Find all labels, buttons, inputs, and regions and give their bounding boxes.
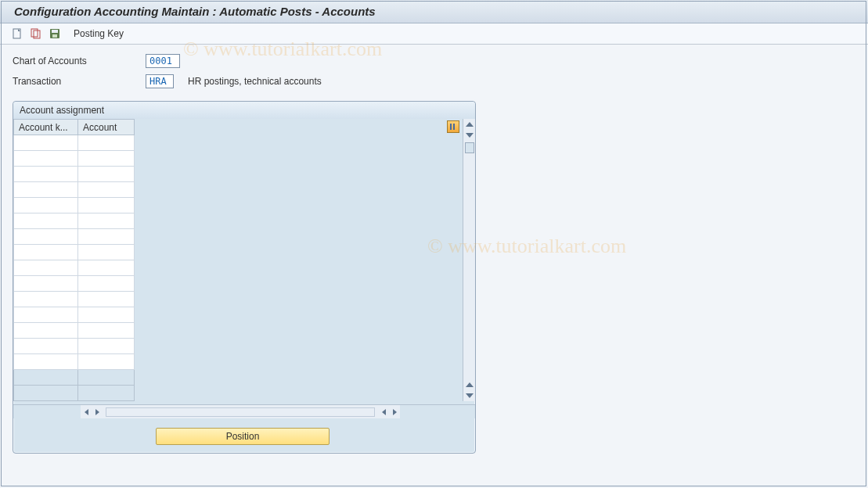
scroll-down-bottom-icon[interactable]	[466, 393, 474, 398]
table-row[interactable]	[14, 276, 135, 292]
posting-key-label[interactable]: Posting Key	[74, 28, 124, 39]
table-row[interactable]	[14, 339, 135, 354]
table-row[interactable]	[14, 214, 135, 229]
horizontal-scrollbar[interactable]	[13, 404, 475, 418]
scroll-up-bottom-icon[interactable]	[466, 382, 474, 387]
column-account-key[interactable]: Account k...	[14, 120, 78, 135]
table-row[interactable]	[14, 307, 135, 323]
panel-title: Account assignment	[13, 102, 475, 119]
new-entries-icon[interactable]	[11, 27, 23, 40]
svg-rect-4	[52, 30, 58, 33]
scroll-left-icon[interactable]	[81, 407, 92, 418]
table-row[interactable]	[14, 260, 135, 276]
account-assignment-panel: Account assignment Account k... Account	[13, 101, 476, 454]
chart-of-accounts-input[interactable]	[146, 54, 180, 68]
transaction-label: Transaction	[13, 76, 146, 87]
page-title: Configuration Accounting Maintain : Auto…	[14, 5, 376, 18]
table-settings-icon[interactable]	[447, 120, 459, 133]
table-row[interactable]	[14, 135, 135, 151]
scroll-up-icon[interactable]	[466, 122, 474, 127]
table-row[interactable]	[14, 292, 135, 307]
column-account[interactable]: Account	[78, 120, 135, 135]
toolbar: Posting Key	[0, 23, 868, 45]
scroll-track[interactable]	[106, 407, 375, 417]
chart-of-accounts-row: Chart of Accounts	[13, 52, 855, 70]
grid-area: Account k... Account	[13, 119, 475, 404]
transaction-row: Transaction HR postings, technical accou…	[13, 73, 855, 90]
position-button[interactable]: Position	[156, 428, 330, 445]
scroll-down-icon[interactable]	[466, 133, 474, 138]
chart-of-accounts-label: Chart of Accounts	[13, 56, 146, 66]
transaction-description: HR postings, technical accounts	[188, 76, 322, 87]
table-row[interactable]	[14, 198, 135, 214]
table-row[interactable]	[14, 323, 135, 339]
transaction-input[interactable]	[146, 74, 174, 88]
table-footer-row	[14, 370, 135, 386]
scroll-thumb[interactable]	[465, 142, 474, 153]
vertical-scrollbar[interactable]	[463, 119, 475, 401]
table-row[interactable]	[14, 151, 135, 167]
table-row[interactable]	[14, 245, 135, 260]
grid-blank-area	[135, 119, 463, 401]
table-row[interactable]	[14, 167, 135, 182]
scroll-right-end-icon[interactable]	[389, 407, 400, 418]
table-row[interactable]	[14, 182, 135, 198]
content-area: Chart of Accounts Transaction HR posting…	[0, 45, 868, 461]
copy-icon[interactable]	[30, 27, 42, 40]
save-icon[interactable]	[49, 27, 61, 40]
svg-rect-5	[52, 34, 57, 38]
scroll-left-end-icon[interactable]	[378, 407, 389, 418]
table-row[interactable]	[14, 354, 135, 370]
table-footer-row	[14, 386, 135, 401]
scroll-right-icon[interactable]	[92, 407, 103, 418]
account-grid[interactable]: Account k... Account	[13, 119, 135, 401]
page-title-bar: Configuration Accounting Maintain : Auto…	[0, 0, 868, 23]
table-row[interactable]	[14, 229, 135, 245]
